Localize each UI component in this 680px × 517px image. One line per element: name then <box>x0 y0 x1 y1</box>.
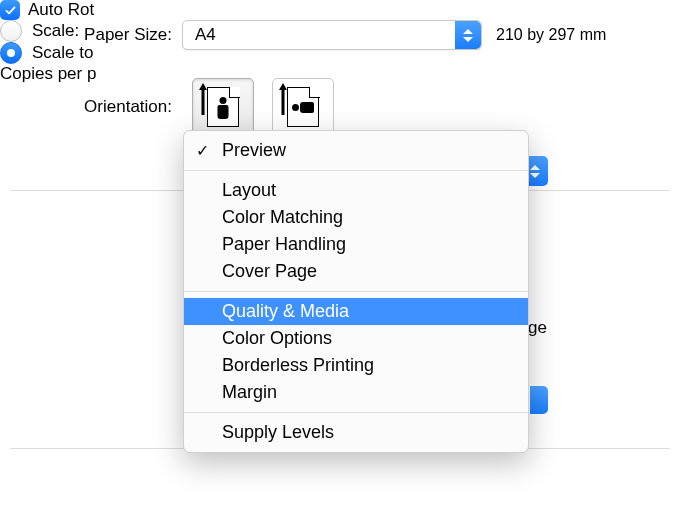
orientation-landscape-button[interactable] <box>272 78 334 136</box>
orientation-label: Orientation: <box>0 97 182 117</box>
paper-size-label: Paper Size: <box>0 25 182 45</box>
menu-separator <box>184 412 528 413</box>
scale-to-fit-trailing: ge <box>528 318 547 338</box>
menu-item-cover-page[interactable]: Cover Page <box>184 258 528 285</box>
checkmark-icon <box>4 4 17 17</box>
menu-item-label: Layout <box>222 180 276 200</box>
auto-rotate-row: Auto Rot <box>0 0 680 20</box>
paper-size-value: A4 <box>195 25 216 45</box>
stepper-icon <box>455 21 481 49</box>
menu-separator <box>184 170 528 171</box>
menu-item-label: Supply Levels <box>222 422 334 442</box>
menu-item-label: Margin <box>222 382 277 402</box>
menu-item-label: Paper Handling <box>222 234 346 254</box>
orientation-portrait-button[interactable] <box>192 78 254 136</box>
paper-size-row: Paper Size: A4 210 by 297 mm <box>0 20 680 50</box>
menu-item-preview[interactable]: ✓ Preview <box>184 137 528 164</box>
menu-item-supply-levels[interactable]: Supply Levels <box>184 419 528 446</box>
menu-item-paper-handling[interactable]: Paper Handling <box>184 231 528 258</box>
menu-item-color-options[interactable]: Color Options <box>184 325 528 352</box>
menu-item-margin[interactable]: Margin <box>184 379 528 406</box>
menu-item-color-matching[interactable]: Color Matching <box>184 204 528 231</box>
menu-separator <box>184 291 528 292</box>
menu-item-label: Color Options <box>222 328 332 348</box>
auto-rotate-label: Auto Rot <box>28 0 94 20</box>
menu-item-layout[interactable]: Layout <box>184 177 528 204</box>
person-portrait-icon <box>218 97 229 119</box>
orientation-row: Orientation: <box>0 78 334 136</box>
options-popup-menu[interactable]: ✓ Preview Layout Color Matching Paper Ha… <box>183 130 529 453</box>
checkmark-icon: ✓ <box>196 141 209 160</box>
paper-size-select[interactable]: A4 <box>182 20 482 50</box>
menu-item-label: Cover Page <box>222 261 317 281</box>
paper-dimensions: 210 by 297 mm <box>496 26 606 44</box>
copies-stepper[interactable] <box>530 386 548 414</box>
menu-item-label: Borderless Printing <box>222 355 374 375</box>
person-landscape-icon <box>292 102 314 113</box>
menu-item-borderless-printing[interactable]: Borderless Printing <box>184 352 528 379</box>
menu-item-quality-media[interactable]: Quality & Media <box>184 298 528 325</box>
page-icon <box>207 87 239 127</box>
menu-item-label: Quality & Media <box>222 301 349 321</box>
auto-rotate-checkbox[interactable] <box>0 0 20 20</box>
page-icon <box>287 87 319 127</box>
menu-item-label: Color Matching <box>222 207 343 227</box>
menu-item-label: Preview <box>222 140 286 160</box>
